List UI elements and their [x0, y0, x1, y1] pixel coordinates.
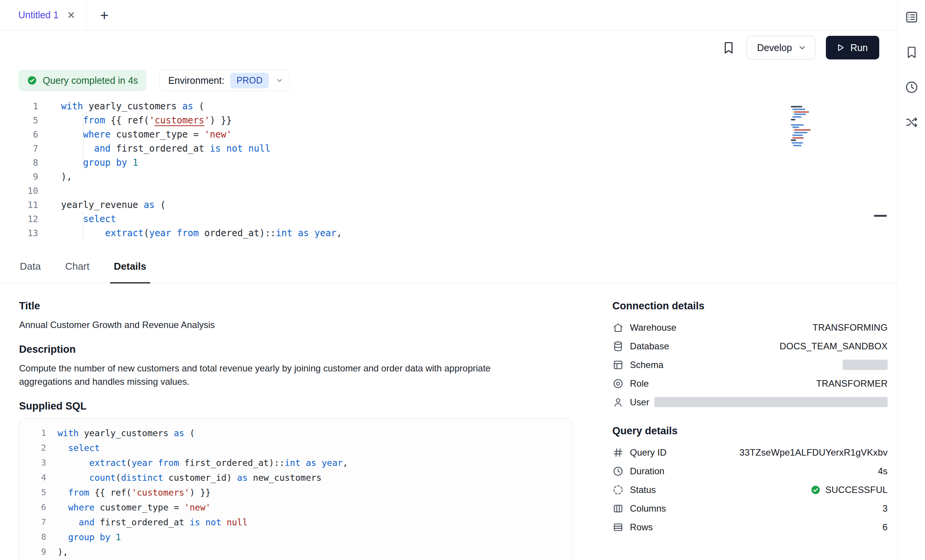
code-line[interactable]: 12 select [0, 212, 898, 226]
line-number: 10 [0, 186, 38, 196]
main-area: Untitled 1 ✕ + Develop Run Query complet… [0, 0, 898, 560]
code-line[interactable]: 13 extract(year from ordered_at)::int as… [0, 226, 898, 240]
code-line[interactable]: 5 from {{ ref('customers') }} [0, 113, 898, 127]
lineage-icon[interactable] [904, 115, 919, 130]
line-number: 2 [29, 443, 46, 453]
details-panel: Title Annual Customer Growth and Revenue… [0, 283, 898, 560]
develop-dropdown[interactable]: Develop [747, 36, 815, 59]
code-line[interactable]: 9), [0, 170, 898, 184]
row-value: DOCS_TEAM_SANDBOX [780, 341, 888, 352]
connection-row-database: DatabaseDOCS_TEAM_SANDBOX [612, 337, 888, 355]
code-line: 4 count(distinct customer_id) as new_cus… [29, 470, 572, 485]
row-value: 6 [882, 522, 888, 533]
code-line: 8 group by 1 [29, 530, 572, 544]
connection-details-heading: Connection details [612, 300, 888, 312]
description-value: Compute the number of new customers and … [19, 362, 538, 388]
row-value: 33TZseWpe1ALFDUYerxR1gVKxbv [739, 447, 888, 458]
code-text: and first_ordered_at is not null [58, 517, 248, 527]
run-button[interactable]: Run [826, 36, 879, 59]
tab-data[interactable]: Data [16, 251, 45, 283]
query-details-row-query-id: Query ID33TZseWpe1ALFDUYerxR1gVKxbv [612, 443, 888, 462]
line-number: 6 [0, 130, 38, 139]
code-text: with yearly_customers as ( [61, 101, 204, 112]
code-line: 7 and first_ordered_at is not null [29, 515, 572, 530]
toolbar: Develop Run [0, 30, 898, 65]
line-number: 5 [29, 488, 46, 497]
right-sidebar [898, 0, 925, 560]
row-value: TRANSFORMING [813, 322, 888, 333]
tab-chart[interactable]: Chart [61, 251, 93, 283]
line-number: 1 [29, 428, 46, 438]
row-value: 4s [878, 466, 888, 477]
line-number: 8 [0, 158, 38, 168]
code-text: count(distinct customer_id) as new_custo… [58, 473, 321, 483]
bookmark-icon[interactable] [721, 40, 736, 55]
redacted-value [654, 397, 888, 407]
results-tab-bar: DataChartDetails [0, 251, 898, 283]
indent-guide [83, 113, 84, 170]
editor-minimap[interactable] [791, 106, 837, 149]
user-icon [612, 397, 624, 408]
line-number: 11 [0, 200, 38, 210]
code-text: extract(year from ordered_at)::int as ye… [61, 228, 342, 238]
tab-untitled-1[interactable]: Untitled 1 ✕ [0, 0, 87, 30]
code-text: extract(year from first_ordered_at)::int… [58, 458, 348, 468]
app-root: Untitled 1 ✕ + Develop Run Query complet… [0, 0, 925, 560]
code-text: group by 1 [61, 157, 138, 168]
row-value-wrap [843, 360, 888, 370]
query-details-row-rows: Rows6 [612, 518, 888, 536]
duration-icon [612, 466, 624, 477]
redacted-value [843, 360, 888, 370]
bookmark-icon[interactable] [904, 45, 919, 59]
code-line[interactable]: 7 and first_ordered_at is not null [0, 141, 898, 155]
sticky-code-line[interactable]: 1with yearly_customers as ( [0, 99, 898, 113]
close-tab-icon[interactable]: ✕ [67, 10, 75, 20]
row-label: Duration [630, 466, 665, 477]
columns-icon [612, 503, 624, 514]
row-value-wrap: SUCCESSFUL [810, 485, 888, 495]
environment-label: Environment: [168, 75, 224, 86]
query-details-row-duration: Duration4s [612, 462, 888, 480]
line-numbers-panel-icon[interactable] [904, 10, 919, 24]
query-status-pill: Query completed in 4s [18, 70, 146, 91]
code-text: ), [58, 547, 68, 557]
environment-selector[interactable]: Environment: PROD [159, 70, 290, 91]
play-icon [834, 42, 846, 53]
row-label: Database [630, 341, 669, 352]
line-number: 12 [0, 214, 38, 224]
row-value-wrap: 33TZseWpe1ALFDUYerxR1gVKxbv [739, 447, 888, 458]
line-number: 7 [0, 144, 38, 154]
code-line[interactable]: 11yearly_revenue as ( [0, 198, 898, 212]
editor-scrollbar-thumb[interactable] [874, 215, 887, 217]
line-number: 8 [29, 532, 46, 542]
sql-editor[interactable]: 1with yearly_customers as (5 from {{ ref… [0, 96, 898, 251]
environment-badge: PROD [230, 73, 268, 88]
code-line[interactable]: 6 where customer_type = 'new' [0, 127, 898, 141]
title-value: Annual Customer Growth and Revenue Analy… [19, 318, 573, 331]
database-icon [612, 341, 624, 352]
tab-details[interactable]: Details [110, 251, 150, 283]
history-icon[interactable] [904, 80, 919, 94]
row-value: TRANSFORMER [816, 378, 888, 389]
code-line: 2 select [29, 440, 572, 455]
code-text: from {{ ref('customers') }} [61, 115, 232, 126]
line-number: 3 [29, 458, 46, 467]
code-line[interactable]: 8 group by 1 [0, 155, 898, 170]
code-line[interactable]: 10 [0, 184, 898, 198]
connection-row-warehouse: WarehouseTRANSFORMING [612, 318, 888, 337]
chevron-down-icon [275, 76, 284, 85]
line-number: 5 [0, 115, 38, 125]
tab-title: Untitled 1 [18, 10, 59, 21]
warehouse-icon [612, 322, 624, 333]
line-number: 7 [29, 517, 46, 527]
new-tab-button[interactable]: + [100, 8, 108, 22]
row-label: Warehouse [630, 322, 676, 333]
code-text: group by 1 [58, 532, 121, 542]
success-check-icon [810, 485, 821, 495]
code-line: 9), [29, 544, 572, 559]
details-right-column: Connection details WarehouseTRANSFORMING… [612, 300, 888, 560]
line-number: 6 [29, 502, 46, 512]
row-value-wrap [654, 397, 888, 407]
code-line: 3 extract(year from first_ordered_at)::i… [29, 455, 572, 470]
row-label: Schema [630, 360, 663, 370]
